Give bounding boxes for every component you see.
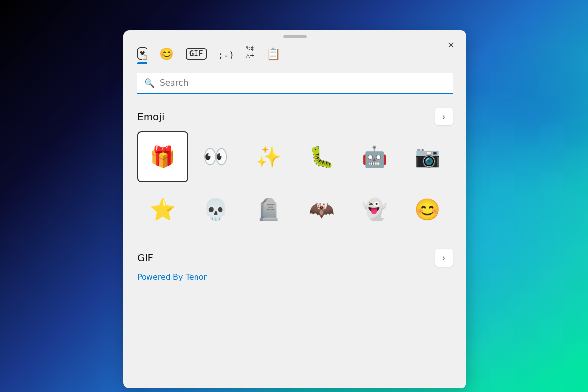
search-icon: 🔍 [144,78,155,88]
emoji-cell-star[interactable]: ⭐ [137,184,188,235]
powered-by-tenor[interactable]: Powered By Tenor [137,272,453,282]
emoji-cell-smiling[interactable]: 😊 [402,184,453,235]
emoji-cell-ghost[interactable]: 👻 [349,184,400,235]
search-input[interactable] [160,78,446,88]
tabs-bar: ♥ 📋 😊 GIF ;-) %¢△+ 📋 [123,41,466,64]
search-box: 🔍 [137,73,453,94]
emoji-icon: 😊 [159,48,174,60]
gif-section-title: GIF [137,252,153,264]
symbols-icon: %¢△+ [246,45,254,60]
tab-symbols[interactable]: %¢△+ [246,45,254,64]
tab-clipboard[interactable]: 📋 [266,48,281,64]
emoji-cell-headstone[interactable]: 🪦 [243,184,294,235]
emoji-section-title: Emoji [137,111,164,122]
emoji-cell-bat[interactable]: 🦇 [296,184,347,235]
search-area: 🔍 [123,64,466,100]
tab-kaomoji[interactable]: ;-) [219,51,235,64]
clipboard-icon: 📋 [266,48,281,60]
tab-gif[interactable]: GIF [186,48,207,64]
drag-handle[interactable] [123,30,466,41]
emoji-cell-caterpillar[interactable]: 🐛 [296,131,347,182]
emoji-grid: 🎁 👀 ✨ 🐛 🤖 📷 ⭐ 💀 🪦 🦇 👻 😊 [137,131,453,235]
tab-emoji[interactable]: 😊 [159,48,174,64]
favorites-icon: ♥ 📋 [137,47,147,60]
emoji-more-button[interactable]: › [435,108,453,125]
emoji-cell-gift[interactable]: 🎁 [137,131,188,182]
tab-favorites[interactable]: ♥ 📋 [137,47,147,64]
content-area: Emoji › 🎁 👀 ✨ 🐛 🤖 📷 ⭐ 💀 🪦 🦇 👻 😊 GIF › Po… [123,100,466,388]
emoji-cell-sparkles[interactable]: ✨ [243,131,294,182]
emoji-section-header: Emoji › [137,108,453,125]
emoji-cell-camera[interactable]: 📷 [402,131,453,182]
close-button[interactable]: ✕ [443,37,459,53]
gif-section-header: GIF › [137,249,453,267]
kaomoji-icon: ;-) [219,51,235,60]
emoji-cell-skull[interactable]: 💀 [190,184,241,235]
emoji-panel: ✕ ♥ 📋 😊 GIF ;-) %¢△+ 📋 🔍 [123,30,466,388]
gif-more-button[interactable]: › [435,249,453,267]
gif-icon: GIF [186,48,207,60]
emoji-cell-eyes[interactable]: 👀 [190,131,241,182]
emoji-cell-robot[interactable]: 🤖 [349,131,400,182]
drag-handle-bar [283,35,307,38]
